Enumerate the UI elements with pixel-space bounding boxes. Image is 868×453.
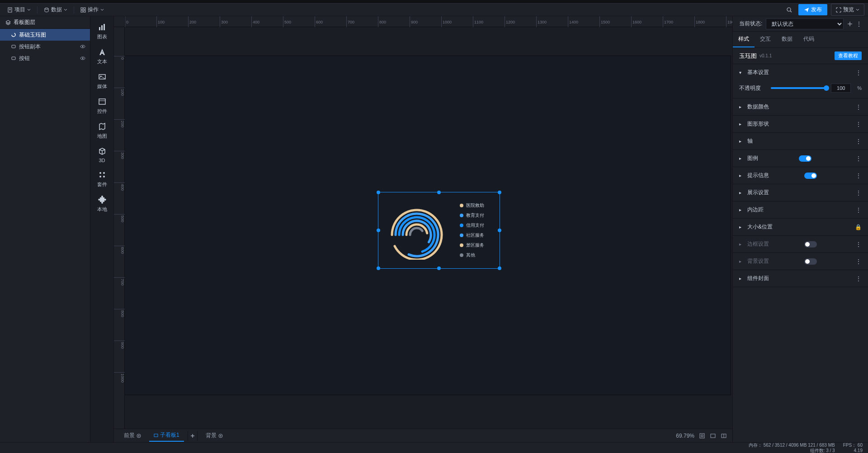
tab-background[interactable]: 背景	[201, 430, 227, 441]
prop-tab-data[interactable]: 数据	[776, 32, 798, 47]
section-basic-label: 基本设置	[747, 69, 769, 76]
svg-rect-5	[84, 8, 85, 9]
section-data-color[interactable]: ▸数据颜色⋮	[733, 98, 868, 115]
ruler-vertical: 01002003004005006007008009001000	[114, 27, 125, 442]
section-more[interactable]: ⋮	[855, 275, 862, 282]
legend-label: 信用支付	[466, 222, 484, 229]
rail-chart[interactable]: 图表	[90, 19, 113, 44]
tooltip-toggle[interactable]	[804, 173, 817, 179]
publish-button[interactable]: 发布	[798, 4, 827, 15]
search-button[interactable]	[784, 5, 795, 15]
canvas-area[interactable]: 0100200300400500600700800900100011001200…	[114, 16, 732, 442]
section-tooltip[interactable]: ▸提示信息⋮	[733, 167, 868, 184]
menu-data[interactable]: 数据	[40, 4, 71, 15]
section-axis[interactable]: ▸轴⋮	[733, 133, 868, 149]
section-size-pos[interactable]: ▸大小&位置🔒	[733, 219, 868, 235]
visibility-icon[interactable]	[80, 44, 85, 49]
status-version: 4.19	[854, 448, 863, 453]
add-tab-button[interactable]	[188, 431, 198, 441]
control-icon	[98, 97, 107, 106]
section-more[interactable]: ⋮	[855, 69, 862, 76]
rail-map[interactable]: 地图	[90, 118, 113, 143]
section-legend[interactable]: ▸图例⋮	[733, 150, 868, 167]
status-components: 组件数: 3 / 3	[810, 448, 835, 453]
opacity-unit: %	[857, 85, 862, 91]
menu-operate[interactable]: 操作	[77, 4, 108, 15]
section-basic-settings[interactable]: ▾ 基本设置 ⋮	[733, 64, 868, 81]
legend-label: 景区服务	[466, 242, 484, 248]
rail-kit[interactable]: 套件	[90, 167, 113, 191]
section-more[interactable]: ⋮	[855, 103, 862, 111]
tutorial-button[interactable]: 查看教程	[835, 51, 862, 60]
fit-icon[interactable]	[699, 433, 705, 439]
legend-item: 社区服务	[460, 232, 484, 238]
section-padding[interactable]: ▸内边距⋮	[733, 201, 868, 218]
rail-label: 媒体	[97, 83, 107, 90]
svg-point-3	[45, 8, 48, 9]
menu-operate-label: 操作	[88, 6, 99, 14]
section-more[interactable]: ⋮	[855, 241, 862, 248]
section-more[interactable]: ⋮	[855, 258, 862, 265]
add-state-button[interactable]	[847, 21, 853, 27]
border-toggle[interactable]	[804, 241, 817, 248]
tab-sub-canvas[interactable]: 子看板1	[149, 430, 184, 442]
rail-cube[interactable]: 3D	[90, 143, 113, 167]
section-shape[interactable]: ▸图形形状⋮	[733, 116, 868, 132]
opacity-slider[interactable]	[771, 87, 826, 89]
plus-icon	[190, 433, 195, 439]
state-select[interactable]: 默认状态	[766, 19, 844, 29]
rail-label: 套件	[97, 181, 107, 188]
visibility-icon[interactable]	[80, 56, 85, 61]
prop-tab-code[interactable]: 代码	[798, 32, 820, 47]
section-background[interactable]: ▸背景设置⋮	[733, 253, 868, 270]
section-more[interactable]: ⋮	[855, 189, 862, 196]
prop-tab-style[interactable]: 样式	[733, 32, 755, 47]
legend-label: 其他	[466, 252, 475, 258]
section-border[interactable]: ▸边框设置⋮	[733, 236, 868, 252]
svg-rect-19	[104, 24, 105, 30]
legend-toggle[interactable]	[799, 155, 811, 162]
zoom-level[interactable]: 69.79%	[676, 433, 694, 439]
prop-tab-interact[interactable]: 交互	[755, 32, 776, 47]
state-row: 当前状态: 默认状态 ⋮	[733, 16, 868, 32]
jade-chart-svg	[387, 201, 446, 260]
rail-text[interactable]: 文本	[90, 44, 113, 69]
layer-row[interactable]: 基础玉珏图	[0, 29, 90, 41]
section-cover[interactable]: ▸组件封面⋮	[733, 270, 868, 287]
component-title: 玉珏图	[739, 52, 757, 60]
rail-puzzle[interactable]: 本地	[90, 191, 113, 216]
svg-rect-39	[711, 434, 715, 438]
preview-button[interactable]: 预览	[831, 4, 864, 16]
svg-point-13	[82, 46, 84, 47]
svg-point-27	[103, 176, 105, 177]
tab-foreground[interactable]: 前景	[119, 430, 146, 441]
menu-project[interactable]: 项目	[4, 4, 34, 15]
layer-row[interactable]: 按钮	[0, 52, 90, 64]
puzzle-icon	[98, 195, 107, 204]
view2-icon[interactable]	[721, 433, 727, 439]
section-label: 提示信息	[747, 172, 769, 179]
rail-label: 3D	[99, 158, 105, 163]
section-more[interactable]: ⋮	[855, 138, 862, 145]
rail-media[interactable]: 媒体	[90, 69, 113, 93]
svg-rect-6	[81, 10, 83, 12]
section-more[interactable]: ⋮	[855, 206, 862, 214]
section-more[interactable]: ⋮	[855, 121, 862, 128]
rail-control[interactable]: 控件	[90, 93, 113, 118]
section-more[interactable]: ⋮	[855, 172, 862, 179]
view1-icon[interactable]	[710, 433, 716, 439]
layers-icon	[5, 20, 11, 25]
opacity-input[interactable]	[831, 84, 851, 93]
section-display[interactable]: ▸展示设置⋮	[733, 184, 868, 201]
svg-rect-17	[99, 27, 100, 30]
properties-panel: 当前状态: 默认状态 ⋮ 样式 交互 数据 代码 玉珏图 v0.1.1 查看教程…	[732, 16, 868, 442]
selected-widget-jade-chart[interactable]: 医院救助教育支付信用支付社区服务景区服务其他	[378, 192, 500, 269]
state-more[interactable]: ⋮	[856, 21, 862, 27]
section-more[interactable]: ⋮	[855, 155, 862, 162]
svg-point-10	[12, 33, 15, 37]
preview-label: 预览	[843, 6, 854, 14]
layer-icon	[11, 44, 16, 49]
layer-row[interactable]: 按钮副本	[0, 41, 90, 52]
background-toggle[interactable]	[804, 258, 817, 265]
lock-icon[interactable]: 🔒	[855, 224, 862, 230]
